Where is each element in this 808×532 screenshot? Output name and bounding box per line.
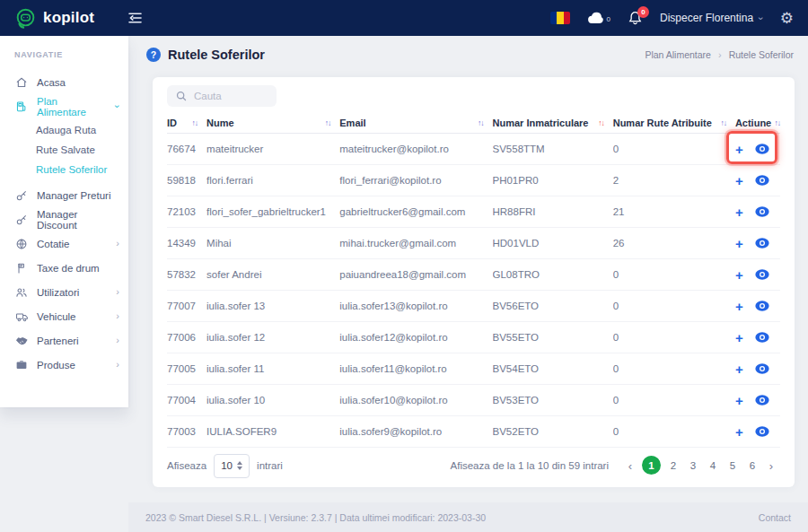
sort-icon[interactable] <box>775 118 781 127</box>
pagination-page-1[interactable]: 1 <box>642 456 661 475</box>
pagination-page-3[interactable]: 3 <box>683 456 703 475</box>
sort-icon[interactable] <box>192 118 198 127</box>
add-route-button[interactable]: + <box>735 331 743 344</box>
add-route-button[interactable]: + <box>735 425 743 439</box>
add-route-button[interactable]: + <box>735 205 743 219</box>
view-routes-button[interactable] <box>755 332 769 343</box>
add-route-button[interactable]: + <box>735 268 743 282</box>
user-menu[interactable]: Dispecer Florentina <box>660 12 763 24</box>
add-route-button[interactable]: + <box>735 237 743 250</box>
pagination-page-5[interactable]: 5 <box>723 456 742 475</box>
briefcase-icon <box>14 359 29 371</box>
handshake-icon <box>14 335 29 346</box>
cell-email: mihai.trucker@gmail.com <box>339 228 492 259</box>
table-row: 14349Mihaimihai.trucker@gmail.comHD01VLD… <box>167 228 780 259</box>
pagination-next-icon[interactable]: › <box>762 459 780 473</box>
cell-id: 77004 <box>167 385 206 416</box>
gear-icon[interactable] <box>780 11 794 26</box>
cell-nume: Mihai <box>206 228 339 259</box>
sort-icon[interactable] <box>325 118 331 127</box>
add-route-button[interactable]: + <box>735 143 743 156</box>
view-routes-button[interactable] <box>755 269 769 280</box>
view-routes-button[interactable] <box>755 426 769 437</box>
sidebar-item-utilizatori[interactable]: Utilizatori <box>0 280 128 304</box>
cell-rute: 0 <box>613 385 735 416</box>
view-routes-button[interactable] <box>755 175 769 186</box>
sidebar-subitem-rute-salvate[interactable]: Rute Salvate <box>0 140 128 160</box>
add-route-button[interactable]: + <box>735 174 743 188</box>
cell-id: 14349 <box>167 228 206 259</box>
help-icon[interactable]: ? <box>146 48 161 62</box>
cell-email: iulia.sofer13@kopilot.ro <box>339 291 492 322</box>
view-routes-button[interactable] <box>755 238 769 249</box>
table-row: 77006iulia.sofer 12iulia.sofer12@kopilot… <box>167 322 780 353</box>
nav-section-label: NAVIGATIE <box>0 47 128 70</box>
sidebar-toggle-icon[interactable] <box>127 12 143 24</box>
chevron-right-icon <box>116 336 119 345</box>
add-route-button[interactable]: + <box>735 300 743 313</box>
brand-logo[interactable]: kopilot <box>14 7 122 30</box>
sidebar-subitem-rutele-soferilor[interactable]: Rutele Soferilor <box>0 160 128 179</box>
footer-contact-link[interactable]: Contact <box>759 512 791 523</box>
search-input[interactable] <box>192 90 268 102</box>
sidebar-item-manager-preturi[interactable]: Manager Preturi <box>0 183 128 207</box>
romania-flag-icon[interactable] <box>550 12 570 24</box>
sidebar-item-acasa[interactable]: Acasa <box>0 70 128 94</box>
pagination-info: Afiseaza de la 1 la 10 din 59 intrari <box>451 460 609 471</box>
table-body: 76674mateitruckermateitrucker@kopilot.ro… <box>167 134 780 448</box>
sort-icon[interactable] <box>478 118 484 127</box>
chat-count: 0 <box>607 15 610 24</box>
chat-icon[interactable]: 0 <box>587 12 610 24</box>
sidebar-item-produse[interactable]: Produse <box>0 353 128 377</box>
pagination-prev-icon[interactable]: ‹ <box>621 459 639 473</box>
pagination: ‹ 123456 › <box>621 456 780 475</box>
sidebar-item-taxe-de-drum[interactable]: Taxe de drum <box>0 256 128 280</box>
add-route-button[interactable]: + <box>735 362 743 376</box>
pagination-page-4[interactable]: 4 <box>703 456 723 475</box>
drivers-table: ID Nume Email Numar Inmatriculare Numar … <box>167 113 780 448</box>
toll-icon <box>14 262 29 275</box>
pagination-page-6[interactable]: 6 <box>742 456 762 475</box>
cell-inmatriculare: BV55ETO <box>493 322 613 353</box>
cell-email: flori_ferrari@kopilot.ro <box>339 165 492 196</box>
cell-email: iulia.sofer9@kopilot.ro <box>339 416 492 448</box>
page-length-value: 10 <box>221 460 233 471</box>
breadcrumb-plan-alimentare[interactable]: Plan Alimentare <box>645 49 711 60</box>
globe-icon <box>14 238 29 250</box>
cell-rute: 21 <box>613 196 735 228</box>
chevron-right-icon <box>116 311 119 321</box>
sidebar-item-manager-discount[interactable]: Manager Discount <box>0 207 128 231</box>
sort-icon-active[interactable] <box>598 118 604 127</box>
sort-icon[interactable] <box>720 118 726 127</box>
view-routes-button[interactable] <box>755 144 769 154</box>
sidebar-item-label: Cotatie <box>37 239 69 249</box>
chevron-down-icon <box>756 16 766 20</box>
notification-badge: 0 <box>637 6 649 18</box>
view-routes-button[interactable] <box>755 206 769 217</box>
column-header-nume: Nume <box>206 118 234 128</box>
cell-id: 76674 <box>167 134 206 165</box>
chevron-right-icon <box>116 287 119 297</box>
search-box[interactable] <box>167 85 277 107</box>
add-route-button[interactable]: + <box>735 394 743 407</box>
sidebar-item-plan-alimentare[interactable]: Plan Alimentare <box>0 94 128 118</box>
sidebar-item-label: Taxe de drum <box>37 263 100 274</box>
cell-actiune: + <box>735 291 780 322</box>
notifications-bell-icon[interactable]: 0 <box>628 11 643 26</box>
view-routes-button[interactable] <box>755 301 769 311</box>
sidebar-item-vehicule[interactable]: Vehicule <box>0 304 128 328</box>
sidebar-item-parteneri[interactable]: Parteneri <box>0 328 128 353</box>
cell-actiune: + <box>735 196 780 228</box>
length-label-before: Afiseaza <box>167 460 206 471</box>
sidebar-item-cotatie[interactable]: Cotatie <box>0 231 128 256</box>
page-length-select[interactable]: 10 <box>214 454 250 478</box>
table-footer: Afiseaza 10 intrari Afiseaza de la 1 la … <box>167 448 780 484</box>
pagination-pages: 123456 <box>639 456 762 475</box>
pagination-page-2[interactable]: 2 <box>663 456 683 475</box>
column-header-inmatriculare: Numar Inmatriculare <box>493 118 589 128</box>
view-routes-button[interactable] <box>755 363 769 374</box>
table-row: 77004iulia.sofer 10iulia.sofer10@kopilot… <box>167 385 780 416</box>
view-routes-button[interactable] <box>755 395 769 406</box>
cell-id: 59818 <box>167 165 206 196</box>
sidebar-subitem-adauga-ruta[interactable]: Adauga Ruta <box>0 120 128 140</box>
